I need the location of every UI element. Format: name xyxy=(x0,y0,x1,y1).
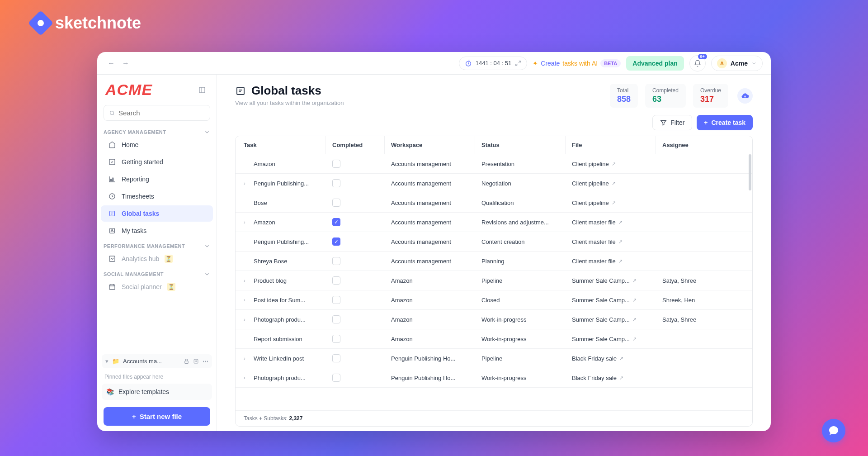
workspace-item[interactable]: ▾ 📁 Accounts ma... ⋯ xyxy=(102,354,212,368)
table-row[interactable]: ›Amazon ✓ Accounts management Revisions … xyxy=(236,213,752,232)
plan-button[interactable]: Advanced plan xyxy=(626,56,684,71)
new-file-label: Start new file xyxy=(140,413,182,420)
external-link-icon[interactable]: ↗ xyxy=(618,258,623,264)
table-row[interactable]: Report submission Amazon Work-in-progres… xyxy=(236,329,752,349)
brand-logo: sketchnote xyxy=(32,14,141,33)
sidebar-item-home[interactable]: Home xyxy=(101,137,213,153)
expand-icon[interactable]: › xyxy=(244,375,250,380)
completed-checkbox[interactable] xyxy=(332,276,340,285)
expand-icon[interactable]: › xyxy=(244,219,250,225)
table-row[interactable]: ›Product blog Amazon Pipeline Summer Sal… xyxy=(236,271,752,290)
org-switcher[interactable]: A Acme xyxy=(711,56,763,71)
sidebar-item-getting-started[interactable]: Getting started xyxy=(101,154,213,170)
timer-pill[interactable]: 1441 : 04 : 51 xyxy=(459,57,528,70)
completed-checkbox[interactable] xyxy=(332,374,340,382)
expand-icon[interactable]: › xyxy=(244,356,250,361)
sidebar-item-label: Home xyxy=(122,141,138,148)
assignee-cell xyxy=(656,236,710,247)
external-link-icon[interactable]: ↗ xyxy=(612,200,616,206)
chevron-down-icon[interactable] xyxy=(204,129,210,135)
chevron-down-icon[interactable] xyxy=(204,271,210,277)
more-icon[interactable]: ⋯ xyxy=(203,358,208,365)
external-link-icon[interactable]: ↗ xyxy=(612,180,616,186)
table-row[interactable]: Penguin Publishing... ✓ Accounts managem… xyxy=(236,232,752,252)
external-link-icon[interactable]: ↗ xyxy=(632,278,637,284)
th-assignee[interactable]: Assignee xyxy=(656,136,710,154)
expand-icon[interactable]: › xyxy=(244,317,250,322)
search-input-wrapper[interactable] xyxy=(104,105,210,121)
status-cell: Qualification xyxy=(475,194,566,212)
workspace-logo: ACME xyxy=(105,81,152,99)
expand-icon[interactable]: › xyxy=(244,297,250,303)
completed-checkbox[interactable] xyxy=(332,335,340,343)
workspace-name: Accounts ma... xyxy=(123,358,180,365)
org-name: Acme xyxy=(731,60,748,67)
home-icon xyxy=(108,141,116,148)
table-row[interactable]: ›Photograph produ... Amazon Work-in-prog… xyxy=(236,310,752,329)
external-link-icon[interactable]: ↗ xyxy=(618,219,623,225)
table-row[interactable]: Bose Accounts management Qualification C… xyxy=(236,193,752,213)
sidebar-item-social-planner[interactable]: Social planner⏳ xyxy=(101,279,213,295)
notifications-button[interactable]: 9+ xyxy=(689,55,706,71)
download-button[interactable] xyxy=(737,88,753,104)
assignee-cell xyxy=(656,158,710,169)
sidebar-item-reporting[interactable]: Reporting xyxy=(101,171,213,187)
expand-icon[interactable]: › xyxy=(244,180,250,186)
th-workspace[interactable]: Workspace xyxy=(385,136,475,154)
table-row[interactable]: ›Write LinkedIn post Penguin Publishing … xyxy=(236,349,752,368)
completed-checkbox[interactable] xyxy=(332,199,340,207)
table-row[interactable]: ›Photograph produ... Penguin Publishing … xyxy=(236,368,752,388)
th-file[interactable]: File xyxy=(566,136,656,154)
table-row[interactable]: ›Penguin Publishing... Accounts manageme… xyxy=(236,174,752,193)
chat-button[interactable] xyxy=(822,419,845,442)
table-row[interactable]: Amazon Accounts management Presentation … xyxy=(236,154,752,174)
external-link-icon[interactable]: ↗ xyxy=(632,317,637,323)
explore-templates-button[interactable]: 📚 Explore templates xyxy=(102,384,212,400)
completed-checkbox[interactable] xyxy=(332,296,340,304)
completed-checkbox[interactable]: ✓ xyxy=(332,238,340,246)
external-link-icon[interactable]: ↗ xyxy=(632,297,637,303)
sidebar-item-timesheets[interactable]: Timesheets xyxy=(101,188,213,204)
external-link-icon[interactable]: ↗ xyxy=(618,239,623,245)
open-icon[interactable] xyxy=(193,358,199,364)
search-input[interactable] xyxy=(118,109,204,117)
completed-checkbox[interactable] xyxy=(332,354,340,362)
beta-badge: BETA xyxy=(600,59,621,67)
sidebar-item-global-tasks[interactable]: Global tasks xyxy=(101,205,213,222)
nav-back-button[interactable]: ← xyxy=(105,57,117,69)
sidebar-item-my-tasks[interactable]: My tasks xyxy=(101,223,213,239)
filter-button[interactable]: Filter xyxy=(652,115,692,130)
external-link-icon[interactable]: ↗ xyxy=(619,375,623,381)
create-tasks-ai-button[interactable]: ✦ Create tasks with AI BETA xyxy=(533,59,621,67)
chart-icon xyxy=(108,176,116,183)
notification-badge: 9+ xyxy=(698,54,707,59)
expand-icon[interactable]: › xyxy=(244,278,250,283)
sidebar-item-analytics[interactable]: Analytics hub⏳ xyxy=(101,251,213,267)
completed-checkbox[interactable] xyxy=(332,315,340,323)
sidebar-item-label: Global tasks xyxy=(122,210,159,217)
create-task-button[interactable]: + Create task xyxy=(697,115,753,130)
completed-checkbox[interactable] xyxy=(332,160,340,168)
th-completed[interactable]: Completed xyxy=(326,136,385,154)
external-link-icon[interactable]: ↗ xyxy=(612,161,616,167)
th-status[interactable]: Status xyxy=(475,136,566,154)
completed-checkbox[interactable]: ✓ xyxy=(332,218,340,226)
workspace-cell: Accounts management xyxy=(385,175,475,192)
workspace-cell: Penguin Publishing Ho... xyxy=(385,350,475,367)
completed-checkbox[interactable] xyxy=(332,257,340,265)
file-cell: Summer Sale Camp... xyxy=(572,277,630,284)
chevron-down-icon[interactable] xyxy=(204,243,210,249)
external-link-icon[interactable]: ↗ xyxy=(632,336,637,342)
completed-checkbox[interactable] xyxy=(332,179,340,187)
nav-forward-button[interactable]: → xyxy=(120,57,132,69)
start-new-file-button[interactable]: + Start new file xyxy=(104,407,210,426)
table-body[interactable]: Amazon Accounts management Presentation … xyxy=(236,154,752,410)
external-link-icon[interactable]: ↗ xyxy=(619,356,623,361)
table-row[interactable]: Shreya Bose Accounts management Planning… xyxy=(236,252,752,271)
table-row[interactable]: ›Post idea for Sum... Amazon Closed Summ… xyxy=(236,290,752,310)
tasks-icon xyxy=(235,86,246,96)
sidebar-toggle-button[interactable] xyxy=(196,84,208,96)
scrollbar[interactable] xyxy=(749,154,751,190)
th-task[interactable]: Task xyxy=(236,136,326,154)
workspace-cell: Amazon xyxy=(385,291,475,309)
